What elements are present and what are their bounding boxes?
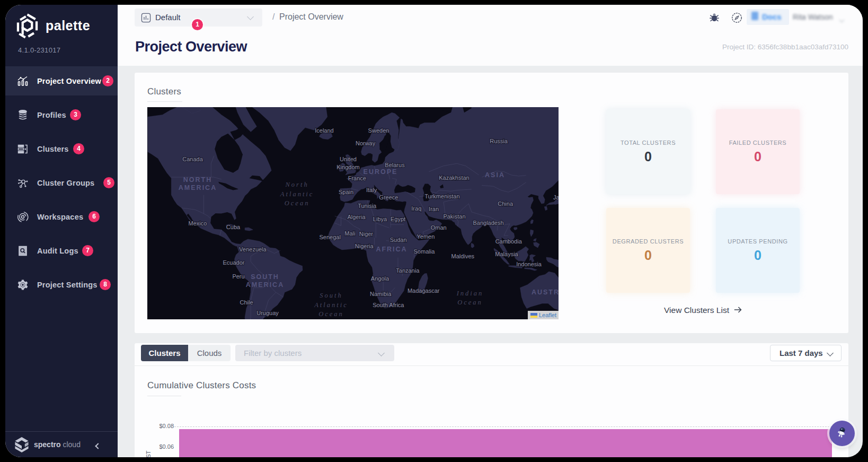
svg-text:Atlantic: Atlantic (314, 301, 348, 309)
svg-text:Madagascar: Madagascar (408, 287, 440, 294)
svg-text:Tunisia: Tunisia (358, 203, 377, 209)
svg-text:Egypt: Egypt (391, 216, 405, 222)
svg-text:Nigeria: Nigeria (355, 243, 374, 249)
svg-text:Iceland: Iceland (315, 127, 333, 134)
svg-text:Angola: Angola (371, 275, 389, 282)
svg-text:Ecuador: Ecuador (223, 259, 245, 266)
svg-text:Pakistan: Pakistan (443, 213, 465, 220)
svg-text:Spain: Spain (339, 189, 353, 195)
svg-text:Chile: Chile (240, 299, 253, 306)
svg-text:Libya: Libya (373, 216, 387, 222)
svg-text:Mexico: Mexico (189, 220, 207, 226)
svg-text:France: France (348, 175, 366, 181)
svg-text:ASIA: ASIA (485, 171, 505, 179)
svg-text:Bangladesh: Bangladesh (473, 220, 503, 226)
svg-text:Ocean: Ocean (457, 299, 483, 306)
svg-text:South Africa: South Africa (373, 302, 404, 308)
svg-text:Indian: Indian (456, 290, 484, 297)
svg-text:Kazakhstan: Kazakhstan (439, 175, 469, 181)
svg-text:Namibia: Namibia (370, 291, 392, 297)
svg-text:Maldives: Maldives (451, 253, 475, 259)
svg-text:Tanzania: Tanzania (396, 267, 420, 274)
svg-text:Iraq: Iraq (411, 205, 421, 212)
svg-text:Belarus: Belarus (385, 162, 405, 168)
svg-text:Somalia: Somalia (414, 248, 436, 255)
svg-text:EUROPE: EUROPE (364, 168, 398, 176)
svg-text:AUSTRALIA: AUSTRALIA (532, 289, 559, 296)
svg-text:China: China (498, 201, 513, 207)
svg-text:AFRICA: AFRICA (376, 246, 407, 253)
svg-text:Turkmenistan: Turkmenistan (424, 193, 459, 199)
svg-text:Sudan: Sudan (390, 237, 407, 243)
svg-text:Japa: Japa (553, 194, 559, 201)
svg-text:Niger: Niger (359, 231, 374, 237)
svg-text:North: North (285, 181, 309, 188)
svg-text:Yemen: Yemen (417, 233, 435, 240)
svg-text:Greece: Greece (379, 194, 398, 201)
svg-text:Iran: Iran (429, 206, 439, 212)
svg-text:NORTH: NORTH (183, 176, 212, 184)
svg-text:United: United (340, 156, 357, 162)
svg-text:Venezuela: Venezuela (239, 246, 267, 252)
svg-text:Sweden: Sweden (368, 127, 389, 134)
svg-text:Ocean: Ocean (318, 310, 344, 318)
svg-text:Ocean: Ocean (285, 199, 310, 207)
svg-text:South: South (320, 292, 342, 299)
svg-text:Cambodia: Cambodia (495, 238, 522, 245)
svg-text:Algeria: Algeria (347, 214, 366, 220)
svg-text:AMERICA: AMERICA (179, 184, 217, 191)
svg-text:AMERICA: AMERICA (246, 281, 284, 289)
svg-text:Italy: Italy (366, 187, 377, 193)
svg-text:Cuba: Cuba (226, 224, 241, 230)
svg-text:Malaysia: Malaysia (495, 251, 518, 257)
svg-text:Russia: Russia (490, 138, 508, 144)
svg-text:Peru: Peru (232, 273, 244, 280)
svg-text:Indonesia: Indonesia (516, 261, 542, 267)
svg-text:Mali: Mali (344, 230, 355, 237)
svg-text:Canada: Canada (182, 156, 203, 162)
svg-text:Oman: Oman (431, 224, 447, 231)
svg-text:Kingdom: Kingdom (336, 164, 359, 170)
svg-text:Norway: Norway (356, 140, 376, 146)
svg-text:SOUTH: SOUTH (251, 273, 279, 281)
svg-text:Uruguay: Uruguay (256, 310, 279, 316)
svg-text:Senegal: Senegal (320, 234, 341, 240)
svg-text:Atlantic: Atlantic (280, 190, 314, 198)
